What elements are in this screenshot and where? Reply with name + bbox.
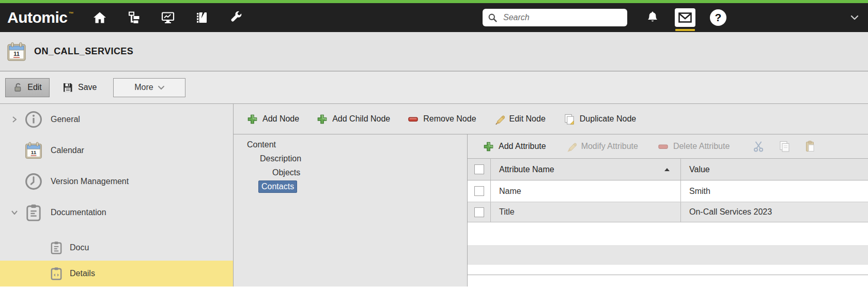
documentation-details-pane: Add Node Add Child Node bbox=[234, 104, 868, 286]
catalog-icon[interactable] bbox=[195, 11, 209, 24]
home-icon[interactable] bbox=[93, 11, 106, 24]
minus-icon bbox=[408, 114, 419, 125]
process-assembly-icon[interactable] bbox=[127, 11, 141, 24]
attribute-name-cell: Title bbox=[491, 202, 681, 222]
modify-attribute-button: Modify Attribute bbox=[566, 141, 638, 152]
object-sections-sidebar: General 11 Calendar bbox=[0, 104, 234, 286]
svg-text:11: 11 bbox=[31, 149, 37, 155]
remove-node-label: Remove Node bbox=[423, 114, 476, 124]
chevron-down-icon bbox=[158, 85, 165, 90]
duplicate-icon bbox=[563, 113, 575, 125]
search-icon bbox=[488, 13, 498, 23]
plus-icon bbox=[483, 141, 494, 152]
attribute-value-cell: Smith bbox=[681, 180, 868, 202]
sidebar-item-label: Docu bbox=[70, 243, 89, 252]
chevron-right-icon[interactable] bbox=[7, 116, 22, 123]
sidebar-item-label: General bbox=[51, 115, 80, 124]
user-menu-chevron-icon[interactable] bbox=[850, 14, 860, 21]
save-button-label: Save bbox=[78, 83, 97, 92]
plus-icon bbox=[317, 114, 328, 125]
administration-wrench-icon[interactable] bbox=[229, 11, 243, 24]
clock-icon bbox=[24, 172, 43, 191]
chevron-down-icon[interactable] bbox=[7, 210, 22, 215]
copy-icon bbox=[778, 140, 791, 153]
page-title: ON_CALL_SERVICES bbox=[34, 46, 133, 57]
empty-row-stripe bbox=[468, 245, 868, 265]
attribute-value: Smith bbox=[689, 187, 710, 196]
select-all-checkbox[interactable] bbox=[474, 164, 484, 174]
attributes-panel: Add Attribute Modify Attribute bbox=[468, 134, 868, 286]
global-search bbox=[483, 9, 627, 26]
envelope-icon bbox=[678, 12, 692, 23]
sidebar-item-docu[interactable]: Docu bbox=[0, 235, 233, 261]
selected-tree-node: Contacts bbox=[258, 180, 297, 193]
clipboard-text-icon bbox=[49, 240, 64, 255]
empty-row-stripe bbox=[468, 222, 868, 245]
svg-text:11: 11 bbox=[13, 51, 20, 57]
attribute-value: On-Call Services 2023 bbox=[689, 207, 772, 217]
delete-attribute-label: Delete Attribute bbox=[673, 142, 730, 151]
empty-row-stripe bbox=[468, 265, 868, 275]
attribute-toolbar: Add Attribute Modify Attribute bbox=[468, 134, 868, 158]
remove-node-button[interactable]: Remove Node bbox=[408, 114, 476, 125]
notifications-bell-icon[interactable] bbox=[646, 10, 659, 25]
automic-logo: Automic™ bbox=[7, 10, 73, 25]
tree-item-description[interactable]: Description bbox=[234, 152, 467, 165]
more-menu-button[interactable]: More bbox=[113, 78, 185, 97]
column-header-attribute-name[interactable]: Attribute Name bbox=[491, 159, 681, 180]
top-nav-icons bbox=[93, 11, 243, 24]
sidebar-item-general[interactable]: General bbox=[0, 104, 233, 135]
attribute-name-value: Title bbox=[499, 207, 515, 217]
table-row[interactable]: Title On-Call Services 2023 bbox=[468, 202, 868, 222]
plus-icon bbox=[247, 114, 258, 125]
edit-node-button[interactable]: Edit Node bbox=[494, 114, 546, 125]
object-calendar-icon: 11 bbox=[6, 41, 27, 62]
node-and-attributes-panels: Content Description Objects Contacts bbox=[234, 134, 868, 286]
monitoring-icon[interactable] bbox=[161, 11, 175, 24]
sidebar-item-label: Documentation bbox=[51, 208, 106, 217]
clipboard-details-icon bbox=[49, 266, 64, 281]
sidebar-item-documentation[interactable]: Documentation bbox=[0, 197, 233, 228]
sidebar-item-label: Details bbox=[70, 269, 95, 278]
attribute-table: Attribute Name Value bbox=[468, 158, 868, 222]
help-icon[interactable]: ? bbox=[710, 9, 726, 26]
search-input[interactable] bbox=[502, 12, 622, 23]
paste-icon bbox=[804, 140, 816, 153]
logo-trademark: ™ bbox=[69, 11, 74, 17]
info-circle-icon bbox=[24, 110, 43, 129]
attribute-name-cell: Name bbox=[491, 180, 681, 202]
table-row[interactable]: Name Smith bbox=[468, 180, 868, 202]
edit-node-label: Edit Node bbox=[509, 114, 546, 124]
attribute-name-header-label: Attribute Name bbox=[499, 165, 554, 174]
edit-button[interactable]: Edit bbox=[5, 78, 50, 97]
tree-item-contacts[interactable]: Contacts bbox=[234, 179, 467, 193]
save-button[interactable]: Save bbox=[62, 82, 97, 93]
add-attribute-button[interactable]: Add Attribute bbox=[483, 141, 546, 152]
duplicate-node-label: Duplicate Node bbox=[580, 114, 636, 124]
sidebar-item-details[interactable]: Details bbox=[0, 261, 233, 286]
unlock-icon bbox=[13, 82, 23, 93]
more-button-label: More bbox=[134, 83, 153, 92]
sidebar-item-version-management[interactable]: Version Management bbox=[0, 166, 233, 197]
add-child-node-button[interactable]: Add Child Node bbox=[317, 114, 390, 125]
node-toolbar: Add Node Add Child Node bbox=[234, 104, 868, 134]
add-node-button[interactable]: Add Node bbox=[247, 114, 299, 125]
top-navigation-bar: Automic™ bbox=[0, 3, 868, 32]
pencil-icon bbox=[494, 114, 505, 125]
duplicate-node-button[interactable]: Duplicate Node bbox=[563, 113, 636, 125]
tree-item-objects[interactable]: Objects bbox=[234, 165, 467, 179]
add-child-node-label: Add Child Node bbox=[332, 114, 390, 124]
pencil-icon bbox=[566, 141, 577, 152]
value-header-label: Value bbox=[689, 165, 710, 174]
calendar-icon: 11 bbox=[24, 141, 43, 160]
attribute-value-cell: On-Call Services 2023 bbox=[681, 202, 868, 222]
sidebar-item-calendar[interactable]: 11 Calendar bbox=[0, 135, 233, 166]
sort-ascending-icon bbox=[664, 168, 670, 172]
row-checkbox[interactable] bbox=[474, 207, 484, 217]
panel-background bbox=[468, 275, 868, 286]
messages-mail-button[interactable] bbox=[675, 8, 695, 27]
tree-item-content[interactable]: Content bbox=[234, 138, 467, 152]
column-header-value[interactable]: Value bbox=[681, 159, 868, 180]
content-area: General 11 Calendar bbox=[0, 104, 868, 286]
row-checkbox[interactable] bbox=[474, 186, 484, 196]
